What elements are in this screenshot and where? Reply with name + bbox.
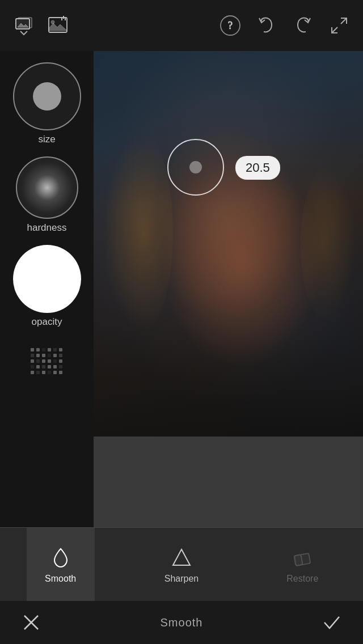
undo-button[interactable] xyxy=(254,13,279,38)
redo-button[interactable] xyxy=(290,13,315,38)
restore-tab-label: Restore xyxy=(286,574,318,584)
brush-value-badge: 20.5 xyxy=(235,156,280,180)
cancel-button[interactable] xyxy=(17,608,45,637)
main-area: size hardness opacity xyxy=(0,51,363,527)
hardness-label: hardness xyxy=(27,222,67,234)
svg-line-13 xyxy=(332,27,337,33)
hardness-circle[interactable] xyxy=(16,156,78,219)
svg-text:?: ? xyxy=(228,20,233,31)
opacity-circle[interactable] xyxy=(13,245,81,313)
svg-marker-14 xyxy=(173,549,190,565)
opacity-control[interactable]: opacity xyxy=(13,245,81,328)
sharpen-icon xyxy=(170,545,193,569)
confirm-button[interactable] xyxy=(318,608,346,637)
canvas-area[interactable]: 20.5 xyxy=(94,51,363,527)
opacity-label: opacity xyxy=(32,316,62,328)
left-panel: size hardness opacity xyxy=(0,51,94,527)
restore-icon xyxy=(290,545,314,569)
layers-button[interactable] xyxy=(11,13,36,38)
scatter-dots-icon xyxy=(31,348,64,375)
photo-edit-button[interactable] xyxy=(45,13,70,38)
tool-tab-restore[interactable]: Restore xyxy=(268,528,336,601)
hardness-control[interactable]: hardness xyxy=(16,156,78,234)
size-inner-dot xyxy=(33,82,61,111)
size-circle[interactable] xyxy=(13,62,81,130)
portrait-face xyxy=(94,51,363,437)
portrait-image[interactable]: 20.5 xyxy=(94,51,363,437)
smooth-icon xyxy=(49,545,73,569)
action-title: Smooth xyxy=(161,616,203,629)
bottom-action-bar: Smooth xyxy=(0,601,363,644)
svg-rect-16 xyxy=(294,554,303,566)
svg-point-6 xyxy=(51,20,54,24)
smooth-tab-label: Smooth xyxy=(45,574,76,584)
size-control[interactable]: size xyxy=(13,62,81,145)
top-toolbar: ? xyxy=(0,0,363,51)
canvas-bottom-area xyxy=(94,437,363,527)
svg-line-12 xyxy=(341,18,347,24)
svg-marker-5 xyxy=(49,23,67,31)
bottom-toolbar: Smooth Sharpen Restore xyxy=(0,527,363,601)
sharpen-tab-label: Sharpen xyxy=(164,574,199,584)
scatter-control[interactable] xyxy=(27,345,67,379)
size-label: size xyxy=(38,134,55,145)
help-button[interactable]: ? xyxy=(218,13,243,38)
tool-tab-sharpen[interactable]: Sharpen xyxy=(147,528,216,601)
tool-tab-smooth[interactable]: Smooth xyxy=(27,528,95,601)
expand-button[interactable] xyxy=(327,13,352,38)
